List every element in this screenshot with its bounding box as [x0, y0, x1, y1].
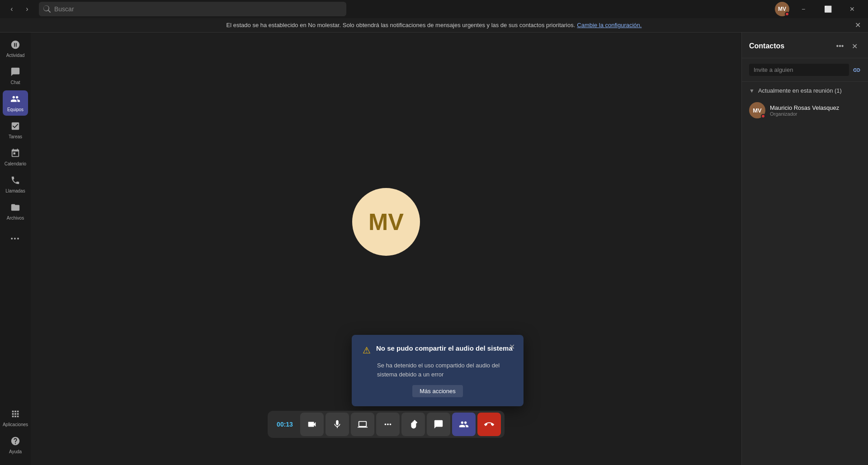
chat-meeting-icon	[434, 419, 443, 429]
sidebar-label-actividad: Actividad	[6, 53, 25, 58]
nav-buttons: ‹ ›	[5, 3, 33, 15]
error-actions: Más acciones	[363, 385, 513, 397]
sidebar-label-help: Ayuda	[9, 449, 22, 454]
sidebar-item-archivos[interactable]: Archivos	[3, 199, 28, 224]
sidebar-item-apps[interactable]: Aplicaciones	[3, 405, 28, 431]
end-call-icon	[484, 419, 494, 429]
apps-icon	[10, 409, 20, 420]
contacts-panel: Contactos ••• ✕ ▼ Actualmente en esta re…	[741, 33, 868, 465]
error-popup: ✕ ⚠ No se pudo compartir el audio del si…	[352, 335, 524, 406]
sidebar-label-archivos: Archivos	[7, 216, 24, 221]
sidebar-item-tareas[interactable]: Tareas	[3, 117, 28, 143]
error-close-button[interactable]: ✕	[505, 340, 518, 353]
mic-icon	[332, 419, 342, 429]
calls-icon	[10, 175, 20, 187]
more-icon: •••	[11, 235, 20, 242]
call-avatar: MV	[352, 188, 420, 256]
search-bar	[39, 2, 346, 16]
call-avatar-initials: MV	[368, 208, 404, 235]
end-call-button[interactable]	[477, 413, 501, 436]
call-timer: 00:13	[271, 421, 298, 428]
section-chevron-icon: ▼	[749, 88, 755, 94]
raise-hand-icon	[408, 419, 418, 429]
calendar-icon	[10, 148, 20, 160]
sidebar-item-calendario[interactable]: Calendario	[3, 145, 28, 170]
invite-section	[742, 58, 868, 82]
content-area: MV ✕ ⚠ No se pudo compartir el audio del…	[31, 33, 741, 465]
invite-link-button[interactable]	[853, 64, 861, 76]
main-layout: Actividad Chat Equipos Tareas Calendario	[0, 33, 868, 465]
sidebar-label-apps: Aplicaciones	[3, 422, 28, 427]
help-icon	[10, 436, 20, 447]
error-popup-header: ⚠ No se pudo compartir el audio del sist…	[363, 344, 513, 356]
search-input[interactable]	[54, 5, 342, 13]
title-bar: ‹ › MV − ⬜ ✕	[0, 0, 868, 18]
sidebar-item-more[interactable]: •••	[3, 226, 28, 251]
participant-status-badge	[761, 114, 765, 118]
sidebar-item-llamadas[interactable]: Llamadas	[3, 172, 28, 197]
more-actions-button[interactable]: Más acciones	[412, 385, 462, 397]
screen-share-icon	[358, 419, 368, 429]
meeting-section: ▼ Actualmente en esta reunión (1) MV Mau…	[742, 82, 868, 127]
status-badge	[785, 12, 789, 16]
sidebar-bottom: Aplicaciones Ayuda	[3, 405, 28, 461]
close-button[interactable]: ✕	[842, 2, 863, 16]
sidebar-label-chat: Chat	[10, 80, 20, 85]
mic-button[interactable]	[326, 413, 349, 436]
sidebar-item-chat[interactable]: Chat	[3, 63, 28, 89]
chat-icon	[10, 67, 20, 78]
participant-item: MV Mauricio Rosas Velasquez Organizador	[749, 99, 861, 121]
participant-name: Mauricio Rosas Velasquez	[770, 104, 861, 111]
notification-link[interactable]: Cambie la configuración.	[577, 22, 642, 28]
sidebar-label-equipos: Equipos	[7, 107, 24, 112]
invite-input[interactable]	[749, 64, 849, 76]
participant-initials: MV	[753, 107, 762, 114]
warning-icon: ⚠	[363, 345, 371, 356]
sidebar-item-actividad[interactable]: Actividad	[3, 36, 28, 61]
participants-icon	[459, 419, 469, 429]
maximize-button[interactable]: ⬜	[817, 2, 838, 16]
more-options-button[interactable]	[376, 413, 400, 436]
notification-close-button[interactable]: ✕	[855, 21, 861, 29]
participant-info: Mauricio Rosas Velasquez Organizador	[770, 104, 861, 117]
participant-avatar: MV	[749, 102, 765, 118]
contacts-header: Contactos ••• ✕	[742, 33, 868, 58]
tasks-icon	[10, 121, 20, 132]
contacts-close-button[interactable]: ✕	[848, 40, 861, 52]
video-button[interactable]	[300, 413, 324, 436]
sidebar-item-help[interactable]: Ayuda	[3, 432, 28, 458]
more-options-icon	[383, 419, 393, 429]
screen-share-button[interactable]	[351, 413, 374, 436]
meeting-section-title: Actualmente en esta reunión (1)	[758, 87, 842, 94]
meeting-section-header[interactable]: ▼ Actualmente en esta reunión (1)	[749, 87, 861, 94]
forward-button[interactable]: ›	[21, 3, 33, 15]
sidebar-label-calendario: Calendario	[5, 161, 26, 166]
search-icon	[43, 5, 51, 13]
call-controls: 00:13	[268, 411, 505, 438]
chat-button[interactable]	[427, 413, 450, 436]
participants-button[interactable]	[452, 413, 476, 436]
link-icon	[853, 66, 861, 74]
error-title: No se pudo compartir el audio del sistem…	[376, 344, 513, 353]
contacts-title: Contactos	[749, 42, 834, 50]
back-button[interactable]: ‹	[5, 3, 18, 15]
notification-banner: El estado se ha establecido en No molest…	[0, 18, 868, 33]
sidebar-item-equipos[interactable]: Equipos	[3, 90, 28, 116]
video-icon	[307, 419, 317, 429]
raise-hand-button[interactable]	[401, 413, 425, 436]
user-avatar[interactable]: MV	[775, 2, 789, 16]
contacts-header-actions: ••• ✕	[834, 40, 861, 52]
participant-role: Organizador	[770, 111, 861, 117]
minimize-button[interactable]: −	[793, 2, 814, 16]
notification-text: El estado se ha establecido en No molest…	[226, 22, 576, 28]
sidebar-label-llamadas: Llamadas	[5, 188, 25, 193]
activity-icon	[10, 40, 20, 51]
teams-icon	[10, 94, 20, 105]
call-area: MV ✕ ⚠ No se pudo compartir el audio del…	[31, 33, 741, 465]
files-icon	[10, 202, 20, 214]
error-body: Se ha detenido el uso compartido del aud…	[377, 361, 513, 379]
sidebar-label-tareas: Tareas	[9, 134, 22, 139]
sidebar: Actividad Chat Equipos Tareas Calendario	[0, 33, 31, 465]
contacts-more-button[interactable]: •••	[834, 40, 846, 52]
